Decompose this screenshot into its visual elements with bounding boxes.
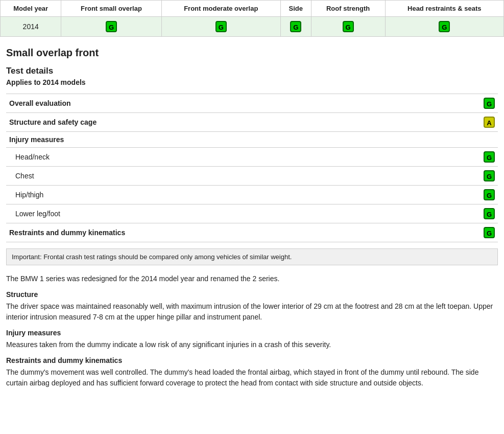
table-row: Lower leg/foot G: [6, 204, 498, 223]
structure-text: The driver space was maintained reasonab…: [6, 301, 498, 323]
injury-measures-text: Measures taken from the dummy indicate a…: [6, 339, 498, 350]
restraints-kinematics-heading: Restraints and dummy kinematics: [6, 356, 498, 364]
rating-side: G: [280, 17, 311, 37]
row-label-chest: Chest: [6, 167, 477, 186]
badge-front-small: G: [106, 21, 117, 32]
description-bmw: The BMW 1 series was redesigned for the …: [6, 273, 498, 284]
structure-heading: Structure: [6, 290, 498, 299]
col-header-front-moderate: Front moderate overlap: [161, 1, 280, 17]
row-rating-structure: A: [477, 113, 498, 132]
badge-chest: G: [484, 170, 495, 181]
badge-head-restraints: G: [439, 21, 450, 32]
table-row: Head/neck G: [6, 148, 498, 167]
badge-roof: G: [343, 21, 354, 32]
table-row: Structure and safety cage A: [6, 113, 498, 132]
row-rating-injury-measures-empty: [477, 132, 498, 148]
row-label-lower-leg: Lower leg/foot: [6, 204, 477, 223]
section-title: Small overlap front: [6, 47, 498, 59]
row-rating-lower-leg: G: [477, 204, 498, 223]
rating-head-restraints: G: [385, 17, 503, 37]
row-label-injury-measures: Injury measures: [6, 132, 477, 148]
table-row: Overall evaluation G: [6, 94, 498, 113]
table-row: Restraints and dummy kinematics G: [6, 223, 498, 242]
col-header-head-restraints: Head restraints & seats: [385, 1, 503, 17]
badge-lower-leg: G: [484, 208, 495, 219]
row-rating-restraints: G: [477, 223, 498, 242]
restraints-kinematics-text: The dummy's movement was well controlled…: [6, 367, 498, 389]
badge-front-moderate: G: [215, 21, 227, 32]
badge-restraints: G: [484, 227, 495, 238]
rating-front-moderate: G: [161, 17, 280, 37]
test-details-heading: Test details: [6, 66, 498, 76]
summary-table: Model year Front small overlap Front mod…: [0, 0, 504, 37]
row-label-head-neck: Head/neck: [6, 148, 477, 167]
badge-overall: G: [484, 98, 495, 109]
table-row: Hip/thigh G: [6, 186, 498, 204]
badge-head-neck: G: [484, 151, 495, 163]
note-box: Important: Frontal crash test ratings sh…: [6, 248, 498, 265]
table-row: Injury measures: [6, 132, 498, 148]
badge-structure: A: [484, 117, 495, 128]
row-label-hip-thigh: Hip/thigh: [6, 186, 477, 204]
row-label-overall: Overall evaluation: [6, 94, 477, 113]
row-rating-chest: G: [477, 167, 498, 186]
row-label-restraints: Restraints and dummy kinematics: [6, 223, 477, 242]
applies-to-label: Applies to 2014 models: [6, 78, 498, 86]
col-header-model-year: Model year: [1, 1, 61, 17]
rating-roof: G: [311, 17, 385, 37]
model-year-value: 2014: [1, 17, 61, 37]
row-rating-overall: G: [477, 94, 498, 113]
injury-measures-heading: Injury measures: [6, 329, 498, 337]
main-content: Small overlap front Test details Applies…: [0, 37, 504, 405]
col-header-front-small: Front small overlap: [61, 1, 161, 17]
table-row: Chest G: [6, 167, 498, 186]
badge-side: G: [290, 21, 301, 32]
rating-front-small: G: [61, 17, 161, 37]
row-rating-hip-thigh: G: [477, 186, 498, 204]
col-header-roof: Roof strength: [311, 1, 385, 17]
detail-table: Overall evaluation G Structure and safet…: [6, 94, 498, 242]
row-rating-head-neck: G: [477, 148, 498, 167]
badge-hip-thigh: G: [484, 189, 495, 200]
row-label-structure: Structure and safety cage: [6, 113, 477, 132]
col-header-side: Side: [280, 1, 311, 17]
